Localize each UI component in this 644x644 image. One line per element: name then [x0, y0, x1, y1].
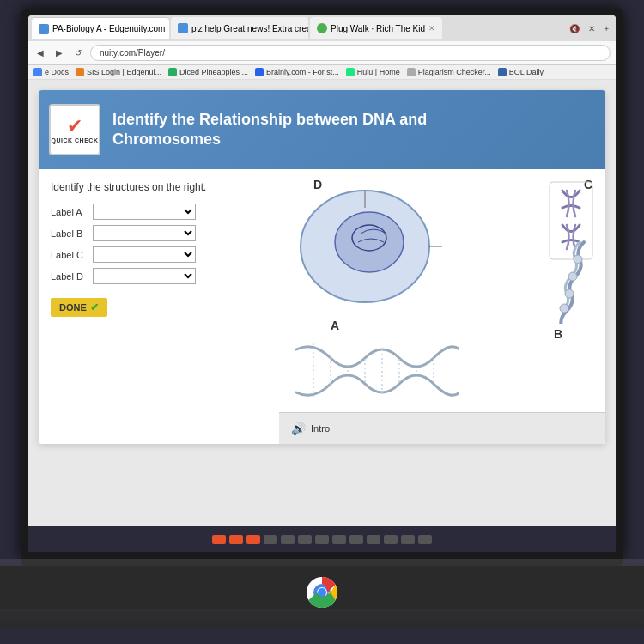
bookmark-label-bol: BOL Daily	[509, 68, 544, 76]
progress-dot-next	[418, 535, 432, 544]
tab-label-music: Plug Walk · Rich The Kid	[331, 24, 425, 33]
tab-label-help: plz help Great news! Extra credi	[191, 24, 308, 33]
content-area: ✔ QUICK CHECK Identify the Relationship …	[28, 80, 616, 526]
progress-dot-1	[229, 535, 243, 544]
progress-dot-3	[264, 535, 277, 544]
intro-bar: 🔊 Intro	[279, 412, 605, 444]
checkmark-icon: ✔	[67, 117, 82, 136]
label-name-c: Label C	[51, 250, 89, 260]
speaker-icon[interactable]: 🔊	[291, 422, 306, 435]
lesson-title: Identify the Relationship between DNA an…	[112, 110, 427, 150]
bookmark-icon-diced	[168, 68, 177, 76]
laptop-base	[0, 566, 644, 609]
quick-check-badge: ✔ QUICK CHECK	[49, 104, 100, 155]
bookmark-icon-brainly	[255, 68, 264, 76]
tab-edgenuity[interactable]: PA-Biology A - Edgenuity.com ✕	[32, 17, 169, 39]
lesson-title-line1: Identify the Relationship between DNA an…	[112, 111, 427, 128]
bookmark-diced[interactable]: Diced Pineapples ...	[168, 68, 248, 76]
progress-dot-6	[315, 535, 329, 544]
progress-dot-4	[281, 535, 295, 544]
done-checkmark-icon: ✔	[90, 301, 99, 313]
mute-btn[interactable]: 🔇	[566, 22, 583, 35]
bookmark-sis[interactable]: SIS Login | Edgenui...	[76, 68, 161, 76]
svg-point-6	[568, 272, 577, 281]
bookmark-icon-bol	[498, 68, 507, 76]
tab-help[interactable]: plz help Great news! Extra credi ✕	[171, 17, 308, 39]
bookmark-icon-docs	[33, 68, 42, 76]
bookmark-label-brainly: Brainly.com - For st...	[266, 68, 339, 76]
tab-icon-help	[178, 23, 188, 33]
bookmark-plagiarism[interactable]: Plagiarism Checker...	[407, 68, 491, 76]
plus-btn[interactable]: +	[600, 22, 612, 35]
diagram-label-b: B	[554, 327, 562, 341]
progress-dot-7	[332, 535, 346, 544]
bookmark-bol[interactable]: BOL Daily	[498, 68, 544, 76]
label-row-b: Label B Cell Nucleus DNA Chromosome	[51, 225, 267, 241]
tab-icon-music	[317, 23, 327, 33]
forward-btn[interactable]: ▶	[52, 46, 66, 59]
progress-dot-11	[401, 535, 415, 544]
bookmark-label-docs: e Docs	[45, 68, 69, 76]
right-panel: D C A B	[279, 169, 605, 444]
laptop-bottom	[0, 559, 644, 628]
label-name-b: Label B	[51, 228, 89, 239]
svg-point-5	[574, 255, 582, 264]
tab-icon-edgenuity	[39, 24, 49, 34]
lesson-card: ✔ QUICK CHECK Identify the Relationship …	[39, 90, 605, 444]
diagram-area: D C A B	[279, 169, 605, 444]
label-name-d: Label D	[51, 271, 89, 282]
bookmark-icon-plagiarism	[407, 68, 416, 76]
label-row-a: Label A Cell Nucleus DNA Chromosome	[51, 204, 267, 220]
tab-label-edgenuity: PA-Biology A - Edgenuity.com	[52, 24, 165, 33]
cell-illustration	[296, 182, 451, 311]
close-btn[interactable]: ✕	[585, 22, 598, 35]
lesson-title-line2: Chromosomes	[112, 131, 221, 148]
address-bar[interactable]: nuity.com/Player/	[90, 45, 611, 61]
progress-bar	[28, 526, 616, 552]
tab-bar: PA-Biology A - Edgenuity.com ✕ plz help …	[28, 15, 616, 41]
chromatin-fiber-illustration	[524, 238, 592, 324]
tab-music[interactable]: Plug Walk · Rich The Kid ✕	[310, 17, 442, 39]
progress-dot-prev	[212, 535, 226, 544]
intro-label: Intro	[311, 423, 330, 434]
laptop-container: PA-Biology A - Edgenuity.com ✕ plz help …	[0, 0, 644, 644]
bookmark-brainly[interactable]: Brainly.com - For st...	[255, 68, 339, 76]
left-panel: Identify the structures on the right. La…	[39, 169, 279, 444]
diagram-label-a: A	[331, 319, 339, 332]
bookmark-hulu[interactable]: Hulu | Home	[346, 68, 400, 76]
chrome-logo-icon	[307, 577, 337, 608]
progress-dot-10	[384, 535, 398, 544]
lesson-header: ✔ QUICK CHECK Identify the Relationship …	[39, 90, 605, 169]
bookmark-label-plagiarism: Plagiarism Checker...	[418, 68, 491, 76]
bookmark-docs[interactable]: e Docs	[33, 68, 69, 76]
bookmark-icon-hulu	[346, 68, 355, 76]
progress-dot-8	[349, 535, 363, 544]
address-bar-row: ◀ ▶ ↺ nuity.com/Player/	[28, 41, 616, 65]
done-button[interactable]: DONE ✔	[51, 298, 107, 317]
done-label: DONE	[59, 302, 87, 313]
screen-bezel: PA-Biology A - Edgenuity.com ✕ plz help …	[21, 9, 623, 559]
label-select-d[interactable]: Cell Nucleus DNA Chromosome	[93, 268, 196, 284]
svg-point-1	[335, 212, 404, 272]
tab-close-edgenuity[interactable]: ✕	[168, 25, 169, 33]
svg-point-7	[565, 289, 574, 298]
label-select-c[interactable]: Cell Nucleus DNA Chromosome	[93, 246, 196, 263]
browser-window: PA-Biology A - Edgenuity.com ✕ plz help …	[28, 15, 616, 552]
back-btn[interactable]: ◀	[33, 46, 47, 59]
svg-point-8	[560, 304, 568, 313]
label-row-c: Label C Cell Nucleus DNA Chromosome	[51, 246, 267, 263]
progress-dot-5	[298, 535, 312, 544]
quick-check-label: QUICK CHECK	[52, 137, 99, 143]
lesson-body: Identify the structures on the right. La…	[39, 169, 605, 444]
bookmark-icon-sis	[76, 68, 84, 76]
progress-dot-2	[246, 535, 260, 544]
label-select-b[interactable]: Cell Nucleus DNA Chromosome	[93, 225, 196, 241]
refresh-btn[interactable]: ↺	[71, 46, 85, 59]
label-row-d: Label D Cell Nucleus DNA Chromosome	[51, 268, 267, 284]
tab-close-music[interactable]: ✕	[428, 24, 435, 33]
dna-helix-illustration	[288, 332, 459, 418]
progress-dot-9	[367, 535, 380, 544]
nav-controls: 🔇 ✕ +	[566, 22, 612, 35]
label-select-a[interactable]: Cell Nucleus DNA Chromosome	[93, 204, 196, 220]
label-name-a: Label A	[51, 207, 89, 217]
